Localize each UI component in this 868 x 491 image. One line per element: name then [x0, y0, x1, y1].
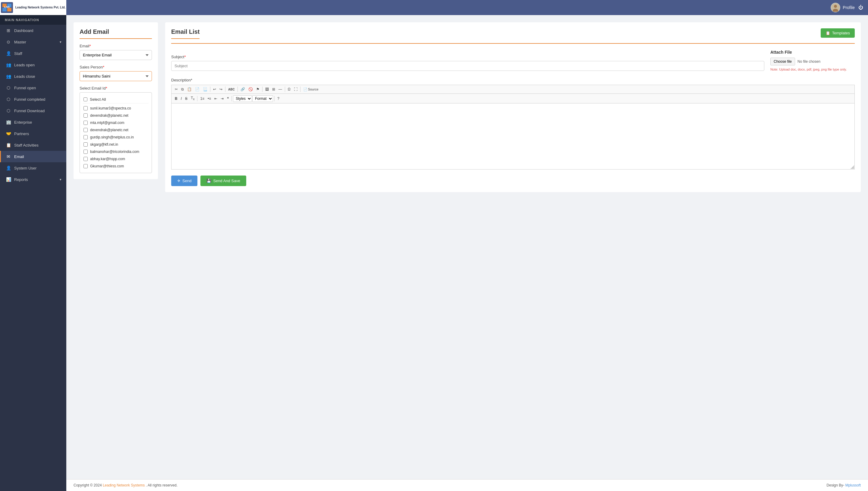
toolbar-cut[interactable]: ✂: [173, 86, 179, 92]
toolbar-help[interactable]: ?: [276, 96, 281, 102]
email-address-1: devendrak@planetc.net: [90, 113, 128, 118]
toolbar-unlink[interactable]: 🚫: [247, 86, 254, 92]
toolbar-maximize[interactable]: ⛶: [292, 86, 299, 92]
toolbar-paste-format[interactable]: 📃: [201, 86, 209, 92]
toolbar-paste-word[interactable]: 📄: [193, 86, 201, 92]
styles-select[interactable]: Styles: [233, 95, 252, 102]
send-save-button[interactable]: 💾 Send And Save: [200, 176, 246, 186]
toolbar-indent[interactable]: ⇥: [219, 96, 225, 102]
toolbar-bold[interactable]: B: [173, 96, 179, 102]
email-checkbox-6[interactable]: [84, 150, 88, 154]
sidebar-item-enterprise[interactable]: 🏢 Enterprise: [0, 116, 66, 128]
profile-button[interactable]: Profile: [831, 3, 855, 12]
email-checkbox-2[interactable]: [84, 121, 88, 125]
format-select[interactable]: Format: [252, 95, 273, 102]
toolbar-image[interactable]: 🖼: [264, 86, 270, 92]
topbar-right: Profile ⏻: [831, 3, 863, 12]
email-address-3: devendrak@planetc.net: [90, 128, 128, 132]
sidebar-icon-staff: 👤: [6, 51, 11, 56]
select-all-checkbox[interactable]: [84, 97, 87, 102]
toolbar-ordered-list[interactable]: 1≡: [198, 96, 206, 102]
email-list-box: Select All sunil.kumar3@spectra.co deven…: [80, 92, 152, 173]
email-select[interactable]: Enterprise Email: [80, 50, 152, 60]
email-checkbox-0[interactable]: [84, 106, 88, 110]
toolbar-paste[interactable]: 📋: [186, 86, 193, 92]
email-item[interactable]: abhay.kar@hspp.com: [83, 155, 149, 163]
sidebar-item-funnel-download[interactable]: ⬡ Funnel Download: [0, 105, 66, 116]
email-checkbox-7[interactable]: [84, 157, 88, 161]
sidebar-item-staff[interactable]: 👤 Staff: [0, 48, 66, 59]
sidebar-item-leads-close[interactable]: 👥 Leads close: [0, 70, 66, 82]
footer-design: Design By- Mplussoft: [827, 483, 861, 487]
send-button[interactable]: ✈ Send: [171, 176, 197, 186]
email-address-6: balmanohar@tricolorindia.com: [90, 150, 139, 154]
email-item[interactable]: sunil.kumar3@spectra.co: [83, 105, 149, 112]
toolbar-source[interactable]: 📄Source: [302, 87, 320, 92]
sales-person-select[interactable]: Himanshu Saini: [80, 71, 152, 81]
svg-text:LNS: LNS: [4, 5, 10, 8]
chevron-icon-master: ▾: [60, 40, 61, 44]
sidebar-item-funnel-completed[interactable]: ⬡ Funnel completed: [0, 93, 66, 105]
editor-resize-handle[interactable]: [850, 165, 854, 169]
toolbar-anchor[interactable]: ⚑: [255, 86, 261, 92]
toolbar-special-chars[interactable]: Ω: [286, 86, 292, 92]
sidebar-label-enterprise: Enterprise: [14, 120, 32, 124]
sidebar-icon-funnel-download: ⬡: [6, 108, 11, 113]
toolbar-outdent[interactable]: ⇤: [213, 96, 219, 102]
toolbar-unordered-list[interactable]: •≡: [206, 96, 213, 102]
toolbar-link[interactable]: 🔗: [239, 86, 247, 92]
sidebar-item-email[interactable]: ✉ Email: [0, 151, 66, 162]
add-email-panel: Add Email Email* Enterprise Email Sales …: [73, 22, 158, 179]
editor-toolbar-row1: ✂ ⧉ 📋 📄 📃 ↩ ↪ ABC 🔗 🚫 ⚑ 🖼 ⊞: [171, 85, 855, 93]
power-button[interactable]: ⏻: [858, 5, 863, 10]
email-checkbox-1[interactable]: [84, 113, 88, 118]
toolbar-italic[interactable]: I: [179, 96, 183, 102]
email-item[interactable]: gurdip.singh@netplus.co.in: [83, 134, 149, 141]
sidebar-item-funnel-open[interactable]: ⬡ Funnel open: [0, 82, 66, 93]
toolbar-copy[interactable]: ⧉: [180, 86, 185, 92]
toolbar-undo[interactable]: ↩: [212, 86, 218, 92]
toolbar-strikethrough[interactable]: S: [184, 96, 189, 102]
toolbar-spellcheck[interactable]: ABC: [227, 87, 236, 92]
toolbar-hr[interactable]: —: [277, 86, 284, 92]
file-input-row: Choose file No file chosen: [770, 58, 855, 65]
email-checkbox-8[interactable]: [84, 164, 88, 168]
email-checkbox-5[interactable]: [84, 142, 88, 147]
add-email-title: Add Email: [80, 28, 152, 39]
email-item[interactable]: Gkumar@thiess.com: [83, 163, 149, 170]
email-item[interactable]: devendrak@planetc.net: [83, 112, 149, 119]
editor-area[interactable]: [171, 103, 855, 170]
sidebar-item-system-user[interactable]: 👤 System User: [0, 162, 66, 174]
sidebar-item-dashboard[interactable]: ⊞ Dashboard: [0, 25, 66, 36]
email-form-grid: Subject* Attach File Choose file No file…: [171, 50, 855, 72]
email-form-group: Email* Enterprise Email: [80, 44, 152, 60]
no-file-text: No file chosen: [798, 59, 820, 64]
sidebar-item-partners[interactable]: 🤝 Partners: [0, 128, 66, 139]
select-all-item[interactable]: Select All: [83, 96, 149, 104]
sidebar-item-reports[interactable]: 📊 Reports ▾: [0, 174, 66, 185]
email-list-title: Email List: [171, 28, 199, 39]
email-item[interactable]: devendrak@planetc.net: [83, 126, 149, 134]
sidebar-item-master[interactable]: ⊙ Master ▾: [0, 36, 66, 48]
email-checkbox-3[interactable]: [84, 128, 88, 132]
toolbar-sep-6: [300, 87, 301, 92]
toolbar-redo[interactable]: ↪: [218, 86, 224, 92]
toolbar-remove-format[interactable]: Tx: [189, 95, 196, 102]
email-item[interactable]: mta.mtpf@gmail.com: [83, 119, 149, 126]
toolbar-sep-2: [225, 87, 225, 92]
toolbar-blockquote[interactable]: ❝: [225, 96, 230, 102]
sidebar-icon-reports: 📊: [6, 177, 11, 182]
editor-wrapper: [171, 103, 855, 170]
sidebar-item-staff-activities[interactable]: 📋 Staff Activities: [0, 139, 66, 151]
choose-file-button[interactable]: Choose file: [770, 58, 795, 65]
toolbar-table[interactable]: ⊞: [271, 86, 277, 92]
templates-button[interactable]: 📋 Templates: [821, 28, 855, 38]
email-item[interactable]: balmanohar@tricolorindia.com: [83, 148, 149, 155]
select-email-label: Select Email Id*: [80, 86, 152, 90]
sidebar-icon-partners: 🤝: [6, 131, 11, 136]
email-item[interactable]: skgarg@kfl.net.in: [83, 141, 149, 148]
sidebar-icon-staff-activities: 📋: [6, 143, 11, 147]
sidebar-item-leads-open[interactable]: 👥 Leads open: [0, 59, 66, 70]
email-checkbox-4[interactable]: [84, 135, 88, 139]
subject-input[interactable]: [171, 61, 764, 71]
